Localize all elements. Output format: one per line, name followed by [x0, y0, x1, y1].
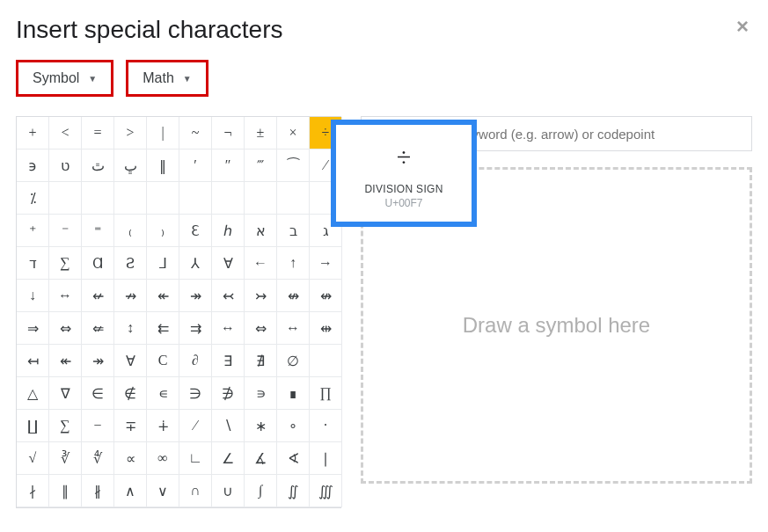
- subcategory-dropdown[interactable]: Math ▼: [126, 60, 208, 97]
- char-cell[interactable]: ∄: [245, 345, 277, 377]
- char-cell[interactable]: ↞: [49, 345, 82, 377]
- char-cell[interactable]: ↞: [147, 280, 179, 312]
- char-cell[interactable]: ∛: [49, 442, 82, 475]
- char-cell[interactable]: ∏: [310, 377, 342, 410]
- char-cell[interactable]: ′: [179, 149, 212, 182]
- char-cell[interactable]: ∙: [310, 410, 342, 442]
- char-cell[interactable]: ⁻: [49, 215, 82, 247]
- char-cell[interactable]: ±: [245, 117, 277, 149]
- char-cell[interactable]: ∐: [17, 410, 49, 442]
- close-icon[interactable]: ×: [736, 14, 749, 39]
- char-cell[interactable]: ₎: [147, 215, 179, 247]
- char-cell[interactable]: ב: [277, 215, 310, 247]
- char-cell[interactable]: ∃: [212, 345, 245, 377]
- char-cell[interactable]: ∈: [82, 377, 114, 410]
- char-cell[interactable]: △: [17, 377, 49, 410]
- char-cell[interactable]: ⁺: [17, 215, 49, 247]
- char-cell[interactable]: [114, 182, 147, 215]
- char-cell[interactable]: ∘: [277, 410, 310, 442]
- char-cell[interactable]: ∖: [212, 410, 245, 442]
- char-cell[interactable]: ∝: [114, 442, 147, 475]
- char-cell[interactable]: ⇔: [49, 312, 82, 345]
- char-cell[interactable]: −: [82, 410, 114, 442]
- char-cell[interactable]: ⁀: [277, 149, 310, 182]
- char-cell[interactable]: ↛: [114, 280, 147, 312]
- char-cell[interactable]: ↔: [212, 312, 245, 345]
- char-cell[interactable]: ∜: [82, 442, 114, 475]
- char-cell[interactable]: ⇹: [310, 312, 342, 345]
- char-cell[interactable]: ⁒: [17, 182, 49, 215]
- char-cell[interactable]: ∟: [179, 442, 212, 475]
- char-cell[interactable]: ∡: [245, 442, 277, 475]
- char-cell[interactable]: ⇇: [147, 312, 179, 345]
- char-cell[interactable]: ∋: [179, 377, 212, 410]
- char-cell[interactable]: ∪: [212, 475, 245, 507]
- char-cell[interactable]: ⇒: [17, 312, 49, 345]
- char-cell[interactable]: ↠: [179, 280, 212, 312]
- char-cell[interactable]: ∍: [245, 377, 277, 410]
- char-cell[interactable]: √: [17, 442, 49, 475]
- char-cell[interactable]: ⁼: [82, 215, 114, 247]
- char-cell[interactable]: א: [245, 215, 277, 247]
- char-cell[interactable]: ϶: [17, 149, 49, 182]
- char-cell[interactable]: [310, 345, 342, 377]
- char-cell[interactable]: ט: [49, 149, 82, 182]
- char-cell[interactable]: ↣: [245, 280, 277, 312]
- char-cell[interactable]: [49, 182, 82, 215]
- char-cell[interactable]: ↑: [277, 247, 310, 280]
- char-cell[interactable]: ‴: [245, 149, 277, 182]
- char-cell[interactable]: =: [82, 117, 114, 149]
- char-cell[interactable]: ∞: [147, 442, 179, 475]
- char-cell[interactable]: C: [147, 345, 179, 377]
- char-cell[interactable]: ↚: [82, 280, 114, 312]
- char-cell[interactable]: ∥: [49, 475, 82, 507]
- char-cell[interactable]: ↮: [277, 280, 310, 312]
- char-cell[interactable]: ∑: [49, 410, 82, 442]
- char-cell[interactable]: ↔: [277, 312, 310, 345]
- char-cell[interactable]: ∨: [147, 475, 179, 507]
- char-cell[interactable]: ⅄: [179, 247, 212, 280]
- char-cell[interactable]: <: [49, 117, 82, 149]
- char-cell[interactable]: ∧: [114, 475, 147, 507]
- char-cell[interactable]: ∗: [245, 410, 277, 442]
- char-cell[interactable]: ∎: [277, 377, 310, 410]
- char-cell[interactable]: ↮: [310, 280, 342, 312]
- char-cell[interactable]: ∔: [147, 410, 179, 442]
- char-cell[interactable]: ∌: [212, 377, 245, 410]
- char-cell[interactable]: ←: [245, 247, 277, 280]
- char-cell[interactable]: ″: [212, 149, 245, 182]
- char-cell[interactable]: |: [147, 117, 179, 149]
- char-cell[interactable]: ڀ: [114, 149, 147, 182]
- char-cell[interactable]: ד: [17, 247, 49, 280]
- char-cell[interactable]: ∕: [179, 410, 212, 442]
- char-cell[interactable]: ‖: [147, 149, 179, 182]
- char-cell[interactable]: ∢: [277, 442, 310, 475]
- char-cell[interactable]: ∅: [277, 345, 310, 377]
- char-cell[interactable]: ↢: [212, 280, 245, 312]
- char-cell[interactable]: [277, 182, 310, 215]
- char-cell[interactable]: ∦: [82, 475, 114, 507]
- char-cell[interactable]: +: [17, 117, 49, 149]
- char-cell[interactable]: [179, 182, 212, 215]
- category-dropdown[interactable]: Symbol ▼: [16, 60, 113, 97]
- char-cell[interactable]: ∓: [114, 410, 147, 442]
- char-cell[interactable]: ↠: [82, 345, 114, 377]
- char-cell[interactable]: ∣: [310, 442, 342, 475]
- char-cell[interactable]: ∊: [147, 377, 179, 410]
- char-cell[interactable]: ∑: [49, 247, 82, 280]
- char-cell[interactable]: ∠: [212, 442, 245, 475]
- char-cell[interactable]: ℇ: [179, 215, 212, 247]
- char-cell[interactable]: ٿ: [82, 149, 114, 182]
- char-cell[interactable]: ∉: [114, 377, 147, 410]
- char-cell[interactable]: ∭: [310, 475, 342, 507]
- char-cell[interactable]: ∩: [179, 475, 212, 507]
- char-cell[interactable]: Ƨ: [114, 247, 147, 280]
- char-cell[interactable]: [147, 182, 179, 215]
- char-cell[interactable]: ↔: [49, 280, 82, 312]
- char-cell[interactable]: Ɑ: [82, 247, 114, 280]
- char-cell[interactable]: ~: [179, 117, 212, 149]
- char-cell[interactable]: ¬: [212, 117, 245, 149]
- char-cell[interactable]: ×: [277, 117, 310, 149]
- char-cell[interactable]: →: [310, 247, 342, 280]
- char-cell[interactable]: ⇍: [82, 312, 114, 345]
